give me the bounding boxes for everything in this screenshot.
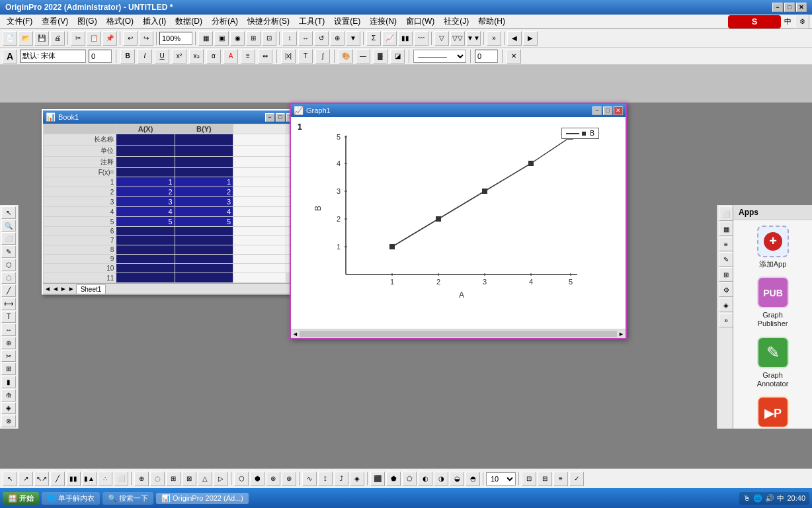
open-button[interactable]: 📂 xyxy=(19,31,33,46)
cell-1-a[interactable]: 1 xyxy=(116,177,175,187)
tb-nav-right[interactable]: ▶ xyxy=(523,31,538,46)
cell-fx-a[interactable] xyxy=(116,168,175,177)
draw-7[interactable]: ⊞ xyxy=(166,472,181,486)
close-prop-btn[interactable]: ✕ xyxy=(507,49,521,64)
tb-icon-3[interactable]: ◉ xyxy=(230,31,245,46)
tb-icon-6[interactable]: ↕ xyxy=(282,31,297,46)
new-button[interactable]: 📄 xyxy=(3,31,17,46)
cell-3-b[interactable]: 3 xyxy=(175,197,233,207)
italic-button[interactable]: I xyxy=(138,49,152,64)
draw-8[interactable]: ⊠ xyxy=(182,472,196,486)
book1-maximize[interactable]: □ xyxy=(276,113,285,122)
subscript-label-btn[interactable]: |x| xyxy=(281,49,296,64)
menu-connect[interactable]: 连接(N) xyxy=(366,15,401,28)
strip-13[interactable]: ⟰ xyxy=(1,389,16,402)
zoom-input[interactable] xyxy=(159,32,192,45)
draw-20[interactable]: ⬟ xyxy=(386,472,401,486)
cell-2-b[interactable]: 2 xyxy=(175,187,233,197)
draw-box[interactable]: ⬜ xyxy=(114,472,128,486)
copy-button[interactable]: 📋 xyxy=(87,31,101,46)
tb-icon-10[interactable]: ▼ xyxy=(346,31,360,46)
line-style-dropdown[interactable]: ———— xyxy=(413,50,466,63)
draw-15[interactable]: ∿ xyxy=(302,472,317,486)
strip-10[interactable]: ✂ xyxy=(1,350,16,362)
cell-2-a[interactable]: 2 xyxy=(116,187,175,197)
underline-button[interactable]: U xyxy=(155,49,169,64)
cell-3-a[interactable]: 3 xyxy=(116,197,175,207)
cut-button[interactable]: ✂ xyxy=(71,31,85,46)
tb-icon-1[interactable]: ▦ xyxy=(198,31,213,46)
sheet-scroll-left2[interactable]: ◄ xyxy=(52,285,59,292)
app-send-ppt[interactable]: ▶P SendGraphs t... xyxy=(736,394,809,429)
tb-icon-5[interactable]: ⊡ xyxy=(262,31,276,46)
strip-11[interactable]: ⊞ xyxy=(1,362,16,375)
cell-longname-a[interactable] xyxy=(116,134,175,146)
align-wrap[interactable]: ⇔ xyxy=(258,49,272,64)
redo-button[interactable]: ↪ xyxy=(139,31,153,46)
toolbar-extra[interactable]: ⚙ xyxy=(795,15,809,29)
col-header-a[interactable]: A(X) xyxy=(116,124,175,134)
tb-bar[interactable]: ▮▮ xyxy=(398,31,413,46)
taskbar-origin[interactable]: 📊 OriginPro 2022 (Ad...) xyxy=(156,493,249,504)
app-add-app[interactable]: + 添加App xyxy=(736,223,809,271)
rstrip-2[interactable]: ▦ xyxy=(719,222,733,236)
strip-9[interactable]: ⊕ xyxy=(1,337,16,349)
draw-12[interactable]: ⬢ xyxy=(250,472,264,486)
sheet-scroll-right[interactable]: ► xyxy=(60,285,67,292)
menu-data[interactable]: 数据(D) xyxy=(171,15,206,28)
text-btn[interactable]: T xyxy=(298,49,313,64)
draw-10[interactable]: ▷ xyxy=(214,472,228,486)
strip-7[interactable]: T xyxy=(1,311,16,323)
paste-button[interactable]: 📌 xyxy=(102,31,117,46)
alpha-button[interactable]: α xyxy=(206,49,221,64)
col-header-b[interactable]: B(Y) xyxy=(175,124,233,134)
graph-content[interactable]: 1 B 1 xyxy=(291,117,626,329)
draw-9[interactable]: △ xyxy=(198,472,212,486)
font-color-btn2[interactable]: ◪ xyxy=(390,49,405,64)
equation-btn[interactable]: ∫ xyxy=(315,49,330,64)
fill-color-btn[interactable]: 🎨 xyxy=(339,49,353,64)
cell-1-b[interactable]: 1 xyxy=(175,177,233,187)
graph-scroll-left[interactable]: ◄ xyxy=(291,331,300,337)
menu-quick-analysis[interactable]: 快捷分析(S) xyxy=(243,15,294,28)
close-button[interactable]: ✕ xyxy=(796,3,807,12)
draw-arrow[interactable]: ↖ xyxy=(3,472,17,486)
tb-lines[interactable]: 〰 xyxy=(414,31,428,46)
strip-6[interactable]: ⟷ xyxy=(1,298,16,310)
superscript-button[interactable]: x² xyxy=(172,49,186,64)
strip-zoom[interactable]: 🔍 xyxy=(1,220,16,232)
cell-9-b[interactable] xyxy=(175,255,233,264)
tb-sigma[interactable]: Σ xyxy=(366,31,381,46)
subscript-button[interactable]: x₂ xyxy=(189,49,204,64)
cell-6-b[interactable] xyxy=(175,227,233,236)
strip-8[interactable]: ↔ xyxy=(1,323,16,336)
tb-stat[interactable]: 📈 xyxy=(382,31,397,46)
tb-icon-7[interactable]: ↔ xyxy=(298,31,313,46)
draw-14[interactable]: ⊛ xyxy=(282,472,296,486)
cell-6-a[interactable] xyxy=(116,227,175,236)
draw-extra3[interactable]: ≡ xyxy=(553,472,568,486)
strip-2[interactable]: ✎ xyxy=(1,245,16,258)
font-icon[interactable]: A xyxy=(3,49,17,64)
taskbar-search[interactable]: 🔍 搜索一下 xyxy=(102,492,153,505)
cell-4-a[interactable]: 4 xyxy=(116,207,175,217)
draw-17[interactable]: ⤴ xyxy=(334,472,348,486)
cell-longname-b[interactable] xyxy=(175,134,233,146)
draw-21[interactable]: ⬠ xyxy=(402,472,417,486)
align-left[interactable]: ≡ xyxy=(241,49,255,64)
font-color-button[interactable]: A xyxy=(223,49,238,64)
tb-icon-4[interactable]: ⊞ xyxy=(246,31,261,46)
cell-11-b[interactable] xyxy=(175,273,233,283)
menu-social[interactable]: 社交(J) xyxy=(440,15,473,28)
menu-format[interactable]: 格式(O) xyxy=(102,15,138,28)
menu-view[interactable]: 查看(V) xyxy=(38,15,72,28)
app-graph-annotator[interactable]: ✎ GraphAnnotator xyxy=(736,334,809,391)
graph1-minimize[interactable]: − xyxy=(592,106,602,115)
draw-scatter[interactable]: ∴ xyxy=(98,472,112,486)
book1-minimize[interactable]: − xyxy=(265,113,274,122)
save-button[interactable]: 💾 xyxy=(34,31,49,46)
tb-icon-8[interactable]: ↺ xyxy=(314,31,329,46)
tb-filter2[interactable]: ▽▽ xyxy=(450,31,465,46)
tb-more[interactable]: » xyxy=(487,31,501,46)
font-family-input[interactable] xyxy=(20,50,86,63)
